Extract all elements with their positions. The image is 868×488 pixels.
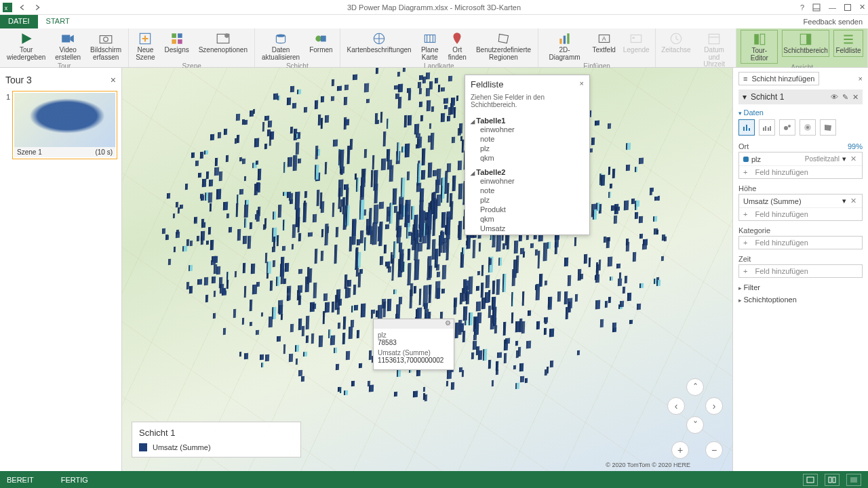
viz-clustered[interactable] [759,119,775,136]
close-layer-pane[interactable]: × [859,75,863,83]
svg-marker-21 [498,34,508,43]
svg-marker-6 [70,35,74,43]
play-tour-button[interactable]: Tourwiedergeben [4,30,48,62]
layer-header[interactable]: ▾ Schicht 1 👁 ✎ ✕ [738,89,863,104]
tab-file[interactable]: DATEI [0,15,38,28]
find-location-button[interactable]: Ortfinden [446,30,469,62]
ribbon: Tourwiedergeben Videoerstellen Bildschir… [0,28,868,68]
time-axis-button: Zeitachse [660,30,692,56]
viz-bubble[interactable] [779,119,795,136]
tilt-up-button[interactable]: ˄ [686,378,704,396]
map-view[interactable]: Schicht 1 Umsatz (Summe) ⚙ plz 78583 Ums… [122,68,732,471]
textbox-button[interactable]: ATextfeld [591,30,617,56]
legend-button[interactable]: Legende [621,30,651,56]
redo-icon[interactable] [33,3,42,12]
svg-rect-23 [563,36,565,44]
zoom-in-button[interactable]: + [671,441,689,459]
designs-button[interactable]: Designs [162,30,192,56]
view-mode-1[interactable] [803,474,818,486]
svg-text:x: x [5,4,8,11]
add-layer-button[interactable]: ≡ Schicht hinzufügen [738,72,819,85]
location-field-box[interactable]: plzPostleitzahl▾✕ + Feld hinzufügen [738,152,863,179]
svg-point-43 [788,125,791,127]
table-name[interactable]: Tabelle2 [471,168,584,176]
field-list-panel[interactable]: Feldliste × Ziehen Sie Felder in den Sch… [465,75,590,235]
view-mode-2[interactable] [825,474,840,486]
field-item[interactable]: note [471,186,584,195]
svg-rect-37 [749,128,750,131]
refresh-data-button[interactable]: Datenaktualisieren [259,30,302,62]
svg-point-8 [104,37,108,42]
svg-point-16 [276,34,285,37]
time-field-box[interactable]: + Feld hinzufügen [738,264,863,278]
field-item[interactable]: Umsatz [471,224,584,233]
remove-field-icon[interactable]: ✕ [849,155,858,163]
custom-regions-button[interactable]: BenutzerdefinierteRegionen [473,30,534,62]
svg-marker-46 [825,125,831,131]
zoom-out-button[interactable]: − [705,441,723,459]
data-section[interactable]: Daten [738,108,863,117]
viz-heatmap[interactable] [800,119,816,136]
viz-region[interactable] [820,119,836,136]
title-bar: x 3D Power Map Diagramm.xlsx - Microsoft… [0,0,868,15]
shapes-button[interactable]: Formen [307,30,335,56]
field-item[interactable]: plz [471,195,584,205]
layers-icon: ≡ [743,75,747,83]
undo-icon[interactable] [18,3,27,12]
legend-box[interactable]: Schicht 1 Umsatz (Summe) [132,422,301,458]
tour-title: Tour 3 [5,75,32,85]
rename-icon[interactable]: ✎ [842,93,848,102]
svg-point-45 [806,126,809,129]
field-item[interactable]: plz [471,144,584,153]
category-field-box[interactable]: + Feld hinzufügen [738,236,863,249]
help-icon[interactable]: ? [800,3,804,12]
layer-pane: ≡ Schicht hinzufügen × ▾ Schicht 1 👁 ✎ ✕… [732,68,868,471]
rotate-left-button[interactable]: ‹ [667,397,685,415]
close-tour-pane[interactable]: × [111,75,116,85]
field-item[interactable]: note [471,134,584,144]
field-item[interactable]: qkm [471,153,584,163]
delete-layer-icon[interactable]: ✕ [852,93,859,102]
layer-options-section[interactable]: Schichtoptionen [738,296,863,304]
scene-thumbnail[interactable]: 1 Szene 1 (10 s) [12,91,117,159]
flat-map-button[interactable]: PlaneKarte [418,30,441,62]
close-field-list[interactable]: × [580,79,584,89]
map-labels-button[interactable]: Kartenbeschriftungen [344,30,414,56]
field-list-toggle[interactable]: Feldliste [833,30,863,57]
field-item[interactable]: Produkt [471,205,584,214]
visibility-icon[interactable]: 👁 [831,93,838,101]
scene-options-button[interactable]: Szenenoptionen [196,30,250,56]
tab-start[interactable]: START [38,15,78,28]
close-button[interactable]: ✕ [859,3,865,12]
ribbon-toggle-icon[interactable] [812,3,821,12]
field-item[interactable]: einwohner [471,176,584,186]
table-name[interactable]: Tabelle1 [471,117,584,125]
feedback-link[interactable]: Feedback senden [804,18,863,26]
maximize-button[interactable] [844,4,851,11]
create-video-button[interactable]: Videoerstellen [52,30,83,62]
screenshot-button[interactable]: Bildschirmerfassen [87,30,124,62]
view-mode-3[interactable] [846,474,861,486]
svg-rect-41 [770,126,771,131]
svg-rect-36 [746,125,747,131]
rotate-right-button[interactable]: › [705,397,723,415]
filter-section[interactable]: Filter [738,283,863,291]
tour-editor-toggle[interactable]: Tour-Editor [741,30,778,64]
field-item[interactable]: einwohner [471,125,584,134]
new-scene-button[interactable]: NeueSzene [133,30,157,62]
svg-rect-13 [178,39,182,44]
remove-field-icon[interactable]: ✕ [849,197,858,205]
svg-rect-34 [806,34,811,44]
height-field-box[interactable]: Umsatz (Summe)▾✕ + Feld hinzufügen [738,194,863,221]
layer-pane-toggle[interactable]: Schichtbereich [782,30,829,57]
status-done: FERTIG [61,476,88,484]
viz-column[interactable] [738,119,755,136]
field-item[interactable]: qkm [471,214,584,224]
tilt-down-button[interactable]: ˅ [686,416,704,434]
minimize-button[interactable]: — [829,3,836,12]
gear-icon[interactable]: ⚙ [445,319,451,329]
2d-chart-button[interactable]: 2D-Diagramm [542,30,587,62]
nav-controls: ˄ ‹› ˅ [667,378,723,434]
svg-rect-50 [850,477,857,483]
data-tooltip: ⚙ plz 78583 Umsatz (Summe) 1153613,70000… [373,319,454,370]
